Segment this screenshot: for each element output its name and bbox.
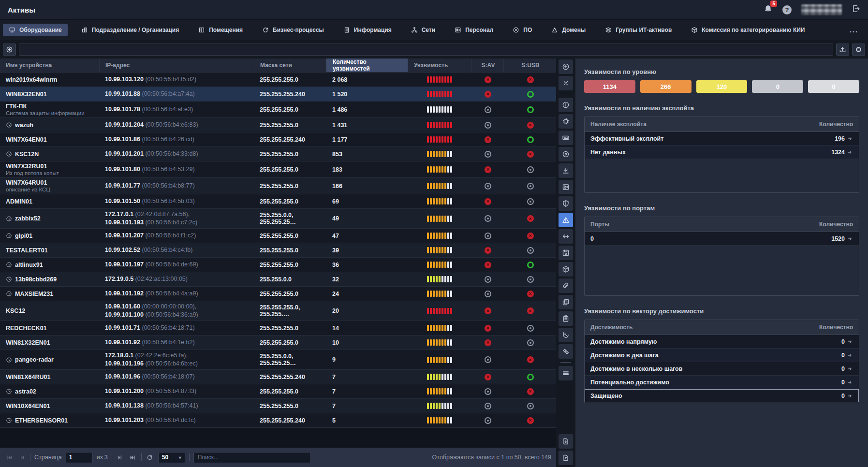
severity-badge-critical[interactable]: 1134: [584, 80, 635, 93]
tool-details[interactable]: [559, 366, 573, 380]
table-row[interactable]: WIN7X32RU01Из под потопа копыт10.99.101.…: [0, 161, 556, 178]
tool-attachments[interactable]: [559, 278, 573, 293]
table-row[interactable]: MAXSIEM23110.99.101.192 (00:50:56:b4:4a:…: [0, 287, 556, 301]
tool-software[interactable]: [559, 147, 573, 161]
severity-bars: [408, 338, 471, 347]
notifications-button[interactable]: 5: [764, 4, 773, 15]
tab-equipment[interactable]: Оборудование: [3, 24, 68, 36]
table-row[interactable]: KSC1210.99.101.60 (00:00:00:00:00:00),10…: [0, 301, 556, 321]
tool-copy[interactable]: [559, 295, 573, 309]
column-header-count[interactable]: Количество уязвимостей: [326, 58, 408, 72]
exploit-row[interactable]: Эффективный эксплойт196: [585, 132, 859, 146]
table-search-input[interactable]: [193, 452, 311, 463]
tool-add[interactable]: [559, 59, 573, 74]
last-page-button[interactable]: [129, 453, 137, 462]
help-button[interactable]: ?: [782, 5, 792, 15]
tool-settings[interactable]: [559, 344, 573, 359]
table-row[interactable]: wazuh10.99.101.204 (00:50:56:b4:e6:83)25…: [0, 118, 556, 132]
table-row[interactable]: REDCHECK0110.99.101.71 (00:50:56:b4:18:7…: [0, 321, 556, 336]
tool-system[interactable]: [559, 131, 573, 145]
tab-processes[interactable]: Бизнес-процессы: [256, 24, 330, 36]
table-row[interactable]: WIN8X32EN0110.99.101.88 (00:50:56:b4:a7:…: [0, 87, 556, 102]
tool-import-document[interactable]: [559, 451, 573, 465]
tool-history[interactable]: [559, 328, 573, 342]
page-size-select[interactable]: 50 ▾: [158, 452, 185, 463]
table-row[interactable]: WIN81X32EN0110.99.101.92 (00:50:56:b4:1e…: [0, 336, 556, 350]
column-header-name[interactable]: Имя устройства: [0, 58, 99, 72]
table-row[interactable]: zabbix52172.17.0.1 (02:42:0d:87:7a:56),1…: [0, 209, 556, 229]
tool-info[interactable]: [559, 98, 573, 112]
severity-badge-info[interactable]: 0: [808, 80, 859, 93]
reach-row[interactable]: Потенциально достижимо0: [585, 376, 859, 389]
table-row[interactable]: ADMIN0110.99.101.50 (00:50:56:b4:5b:03)2…: [0, 194, 556, 209]
tool-components[interactable]: [559, 262, 573, 277]
column-header-ip[interactable]: IP-адрес: [99, 58, 254, 72]
severity-badge-high[interactable]: 266: [640, 80, 691, 93]
table-row[interactable]: WIN7X64EN0110.99.101.86 (00:50:56:b4:26:…: [0, 132, 556, 147]
table-row[interactable]: astra0210.99.101.200 (00:50:56:b4:87:f3)…: [0, 384, 556, 399]
tool-close[interactable]: [559, 76, 573, 90]
table-row[interactable]: ETHERSENSOR0110.99.101.203 (00:50:56:b4:…: [0, 413, 556, 428]
reach-row[interactable]: Достижимо в два шага0: [585, 349, 859, 362]
tool-connections[interactable]: [559, 229, 573, 244]
table-row[interactable]: ГТК-ПКСистема защиты информации10.99.101…: [0, 102, 556, 118]
logout-button[interactable]: [852, 4, 860, 15]
table-row[interactable]: win2019x64winrm10.99.103.120 (00:50:56:b…: [0, 73, 556, 87]
tool-tasks[interactable]: [559, 311, 573, 326]
table-row[interactable]: TESTALERT0110.99.102.52 (00:50:56:b4:c4:…: [0, 243, 556, 258]
severity-badge-low[interactable]: 0: [752, 80, 803, 93]
add-filter-button[interactable]: [3, 44, 16, 56]
tab-information[interactable]: Информация: [338, 24, 397, 36]
tab-domains[interactable]: Домены: [545, 24, 591, 36]
exploit-row[interactable]: Нет данных1324: [585, 146, 859, 159]
column-header-mask[interactable]: Маска сети: [254, 58, 326, 72]
tool-downloads[interactable]: [559, 163, 573, 178]
ports-row[interactable]: 01520: [585, 232, 859, 246]
status-gray-icon: [485, 276, 491, 283]
reach-row[interactable]: Достижимо напрямую0: [585, 335, 859, 349]
page-input[interactable]: [66, 452, 93, 463]
status-gray-icon: [485, 183, 491, 190]
device-name: ADMIN01: [6, 198, 32, 205]
table-row[interactable]: WIN10X64EN0110.99.101.138 (00:50:56:b4:5…: [0, 399, 556, 413]
user-name-redacted[interactable]: [801, 4, 842, 15]
table-row[interactable]: pangeo-radar172.18.0.1 (02:42:2e:6c:e5:f…: [0, 350, 556, 370]
tab-rooms[interactable]: Помещения: [192, 24, 249, 36]
prev-page-button[interactable]: [17, 453, 26, 462]
tab-orgunit[interactable]: Подразделение / Организация: [75, 24, 185, 36]
tab-kii[interactable]: Комиссия по категорированию КИИ: [685, 24, 810, 36]
table-row[interactable]: KSC12N10.99.101.201 (00:50:56:b4:33:d8)2…: [0, 147, 556, 161]
tab-software[interactable]: ПО: [507, 24, 538, 36]
status-av-cell: [471, 165, 503, 175]
reach-row[interactable]: Достижимо в несколько шагов0: [585, 362, 859, 376]
table-row[interactable]: 13b98cbbd269172.19.0.5 (02:42:ac:13:00:0…: [0, 272, 556, 287]
filter-input[interactable]: [19, 44, 833, 56]
tool-hardware[interactable]: [559, 114, 573, 129]
column-header-usb[interactable]: S:USB: [503, 58, 556, 72]
tool-export-document[interactable]: [559, 434, 573, 449]
ip-address: 10.99.101.80: [105, 166, 140, 173]
table-row[interactable]: altlinux9110.99.101.197 (00:50:56:b4:de:…: [0, 258, 556, 272]
severity-badge-medium[interactable]: 120: [696, 80, 748, 93]
tab-networks[interactable]: Сети: [405, 24, 441, 36]
import-button[interactable]: [836, 44, 849, 56]
reach-row[interactable]: Защищено0: [585, 389, 859, 403]
tool-security[interactable]: [559, 196, 573, 211]
next-page-button[interactable]: [116, 453, 125, 462]
table-row[interactable]: WIN7X64RU01описание из КСЦ10.99.101.77 (…: [0, 178, 556, 194]
table-row[interactable]: WIN81X64RU0110.99.101.96 (00:50:56:b4:18…: [0, 370, 556, 384]
tab-personnel[interactable]: Персонал: [449, 24, 499, 36]
column-header-vuln[interactable]: Уязвимость: [408, 58, 471, 72]
table-row[interactable]: glpi0110.99.101.207 (00:50:56:b4:f1:c2)2…: [0, 229, 556, 243]
tool-personal-card[interactable]: [559, 180, 573, 194]
tool-storage[interactable]: [559, 246, 573, 260]
tab-asset-groups[interactable]: Группы ИТ-активов: [599, 24, 677, 36]
cube-icon: [691, 27, 698, 33]
severity-bars: [408, 197, 471, 206]
more-tabs-button[interactable]: ...: [843, 26, 865, 34]
column-header-av[interactable]: S:AV: [471, 58, 503, 72]
first-page-button[interactable]: [5, 453, 14, 462]
refresh-button[interactable]: [146, 453, 154, 462]
reports-button[interactable]: [852, 44, 865, 56]
tool-vulnerabilities[interactable]: [559, 213, 573, 227]
